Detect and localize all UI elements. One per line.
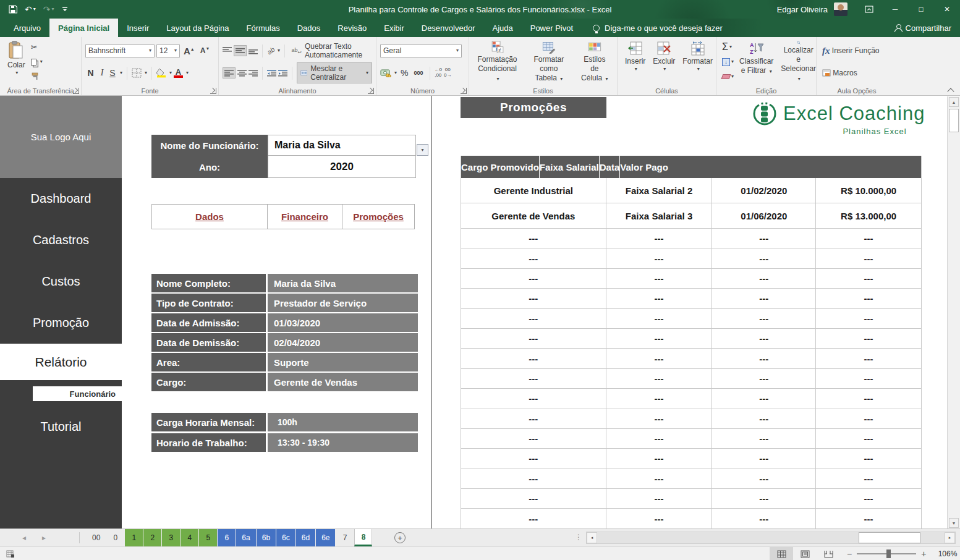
table-row[interactable]: --- --- --- --- bbox=[461, 489, 921, 509]
sheet-nav-right-icon[interactable]: ▸ bbox=[42, 533, 46, 542]
font-color-button[interactable]: A bbox=[174, 69, 183, 78]
increase-indent-icon[interactable] bbox=[278, 69, 287, 77]
table-row[interactable]: --- --- --- --- bbox=[461, 289, 921, 308]
avatar[interactable] bbox=[834, 2, 847, 16]
employee-dropdown-button[interactable]: ▾ bbox=[417, 144, 428, 156]
chevron-down-icon[interactable]: ▾ bbox=[145, 70, 147, 75]
link-promocoes[interactable]: Promoções bbox=[342, 204, 415, 229]
clear-button[interactable]: ▾ bbox=[720, 70, 736, 83]
orientation-icon[interactable]: ab bbox=[265, 46, 276, 56]
save-icon[interactable] bbox=[6, 2, 20, 17]
collapse-ribbon-icon[interactable] bbox=[948, 87, 954, 93]
maximize-button[interactable]: □ bbox=[908, 0, 934, 19]
ribbon-tab[interactable]: Revisão bbox=[329, 19, 375, 37]
align-center-icon[interactable] bbox=[237, 69, 247, 77]
chevron-down-icon[interactable]: ▾ bbox=[169, 70, 172, 75]
italic-button[interactable]: I bbox=[98, 68, 106, 78]
table-row[interactable]: --- --- --- --- bbox=[461, 509, 921, 528]
link-financeiro[interactable]: Financeiro bbox=[267, 204, 342, 229]
fill-color-button[interactable] bbox=[156, 68, 166, 78]
decrease-decimal-button[interactable]: 000→ bbox=[444, 67, 451, 78]
dialog-launcher-icon[interactable] bbox=[73, 88, 79, 94]
share-button[interactable]: Compartilhar bbox=[894, 19, 951, 37]
percent-style-button[interactable]: % bbox=[399, 68, 410, 78]
dialog-launcher-icon[interactable] bbox=[210, 88, 216, 94]
format-painter-button[interactable] bbox=[29, 70, 45, 83]
scroll-up-icon[interactable]: ▲ bbox=[949, 97, 959, 107]
bold-button[interactable]: N bbox=[85, 68, 96, 78]
sheet-tab[interactable]: 6d bbox=[296, 529, 315, 546]
ribbon-tab[interactable]: Dados bbox=[289, 19, 329, 37]
table-row[interactable]: --- --- --- --- bbox=[461, 248, 921, 268]
table-row[interactable]: --- --- --- --- bbox=[461, 369, 921, 389]
close-button[interactable]: ✕ bbox=[934, 0, 960, 19]
find-select-button[interactable]: Localizar eSelecionar ▾ bbox=[777, 40, 820, 84]
sheet-tab[interactable]: 6b bbox=[257, 529, 276, 546]
tell-me-search[interactable]: Diga-me o que você deseja fazer bbox=[593, 19, 723, 37]
comma-style-button[interactable]: 000 bbox=[412, 70, 425, 76]
scroll-right-icon[interactable]: ▸ bbox=[945, 532, 955, 543]
sheet-tab[interactable]: 1 bbox=[125, 529, 143, 546]
sheet-tab[interactable]: 7 bbox=[336, 529, 354, 546]
align-left-icon[interactable] bbox=[223, 67, 236, 78]
sidebar-item-tutorial[interactable]: Tutorial bbox=[0, 408, 122, 445]
chevron-down-icon[interactable]: ▾ bbox=[120, 70, 122, 75]
decrease-indent-icon[interactable] bbox=[267, 69, 276, 77]
page-break-view-icon[interactable] bbox=[817, 547, 840, 560]
ribbon-tab[interactable]: Inserir bbox=[118, 19, 158, 37]
align-bottom-icon[interactable] bbox=[248, 47, 258, 54]
sort-filter-button[interactable]: AZ Classificare Filtrar ▾ bbox=[736, 40, 777, 84]
sheet-tab[interactable]: 8 bbox=[354, 529, 372, 546]
cell-styles-button[interactable]: Estilos deCélula ▾ bbox=[576, 40, 613, 84]
sheet-tab[interactable]: 5 bbox=[199, 529, 217, 546]
ribbon-tab[interactable]: Fórmulas bbox=[238, 19, 289, 37]
zoom-slider[interactable] bbox=[857, 553, 916, 554]
decrease-font-icon[interactable]: A▼ bbox=[198, 46, 212, 55]
user-name[interactable]: Edgar Oliveira bbox=[777, 5, 828, 14]
sheet-tab[interactable]: 4 bbox=[181, 529, 198, 546]
sidebar-item[interactable]: Dashboard bbox=[0, 178, 122, 219]
table-row[interactable]: --- --- --- --- bbox=[461, 269, 921, 289]
table-row[interactable]: --- --- --- --- bbox=[461, 429, 921, 449]
new-sheet-button[interactable]: + bbox=[394, 532, 406, 543]
vertical-scroll-thumb[interactable] bbox=[949, 109, 959, 132]
font-name-select[interactable]: Bahnschrift▾ bbox=[85, 45, 155, 57]
sheet-tab[interactable]: 6c bbox=[276, 529, 295, 546]
font-size-select[interactable]: 12▾ bbox=[156, 45, 180, 57]
scroll-down-icon[interactable]: ▼ bbox=[949, 518, 959, 528]
dialog-launcher-icon[interactable] bbox=[461, 88, 467, 94]
ribbon-tab[interactable]: Power Pivot bbox=[522, 19, 582, 37]
align-right-icon[interactable] bbox=[248, 69, 258, 77]
delete-cells-button[interactable]: Excluir▾ bbox=[649, 40, 679, 84]
table-row[interactable]: --- --- --- --- bbox=[461, 389, 921, 409]
vertical-scrollbar[interactable]: ▲ ▼ bbox=[947, 96, 960, 528]
macros-button[interactable]: Macros bbox=[820, 67, 859, 79]
paste-button[interactable]: Colar ▾ bbox=[4, 40, 29, 84]
table-row[interactable]: Gerente de Vendas Faixa Salarial 3 01/06… bbox=[461, 203, 921, 229]
zoom-slider-thumb[interactable] bbox=[886, 549, 891, 558]
autosum-button[interactable]: Σ▾ bbox=[720, 41, 736, 53]
sidebar-item-relatorio[interactable]: Relátorio bbox=[0, 344, 122, 380]
sheet-tab[interactable]: 6 bbox=[218, 529, 236, 546]
insert-cells-button[interactable]: Inserir▾ bbox=[621, 40, 649, 84]
sidebar-subitem-funcionario[interactable]: Funcionário bbox=[33, 386, 122, 401]
redo-button[interactable]: ↷▾ bbox=[41, 2, 57, 17]
page-layout-view-icon[interactable] bbox=[793, 547, 817, 560]
ribbon-tab[interactable]: Arquivo bbox=[5, 19, 49, 37]
fill-button[interactable]: ↓▾ bbox=[720, 56, 736, 68]
macro-record-icon[interactable] bbox=[6, 549, 15, 558]
table-row[interactable]: --- --- --- --- bbox=[461, 449, 921, 469]
zoom-level[interactable]: 106% bbox=[931, 549, 960, 558]
table-row[interactable]: --- --- --- --- bbox=[461, 349, 921, 368]
increase-decimal-button[interactable]: ←0,00 bbox=[435, 67, 442, 78]
table-row[interactable]: --- --- --- --- bbox=[461, 469, 921, 489]
minimize-button[interactable]: ─ bbox=[882, 0, 908, 19]
align-top-icon[interactable] bbox=[223, 47, 232, 54]
ribbon-tab[interactable]: Página Inicial bbox=[49, 19, 118, 37]
customize-qat-button[interactable] bbox=[59, 2, 70, 17]
table-row[interactable]: Gerente Industrial Faixa Salarial 2 01/0… bbox=[461, 178, 921, 203]
sheet-tab[interactable]: 0 bbox=[106, 529, 124, 546]
sheet-tab[interactable]: 3 bbox=[162, 529, 180, 546]
chevron-down-icon[interactable]: ▾ bbox=[186, 70, 189, 75]
conditional-formatting-button[interactable]: ≠ FormataçãoCondicional ▾ bbox=[473, 40, 522, 84]
